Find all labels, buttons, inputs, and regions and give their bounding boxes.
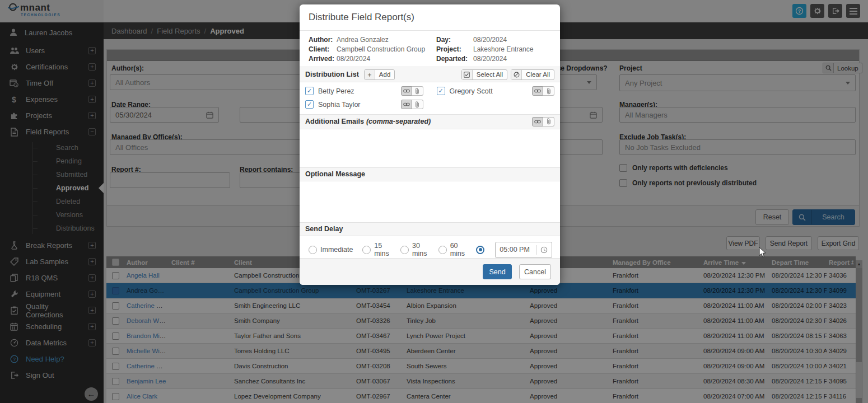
radio-label: Immediate <box>320 246 353 254</box>
additional-emails-note: (comma-separated) <box>366 118 431 125</box>
optional-message-bar: Optional Message <box>300 167 560 181</box>
radio-icon[interactable] <box>400 246 409 254</box>
info-row: Client: Campbell Construction Group <box>309 45 436 53</box>
info-value: 08/20/2024 <box>473 55 507 63</box>
recipient-row: ✓ Gregory Scott <box>437 86 555 96</box>
info-row: Day: 08/20/2024 <box>436 36 533 44</box>
radio-icon[interactable] <box>476 246 484 254</box>
checked-box-icon <box>462 70 473 79</box>
radio-label: 15 mins <box>374 242 391 257</box>
radio-label: 60 mins <box>450 242 467 257</box>
recipient-name: Sophia Taylor <box>318 101 396 109</box>
info-value: 08/20/2024 <box>337 55 370 63</box>
info-label: Project: <box>436 45 473 53</box>
recipient-name: Gregory Scott <box>450 87 528 95</box>
add-recipient-button[interactable]: ＋ Add <box>364 69 395 80</box>
send-button[interactable]: Send <box>483 264 512 279</box>
send-delay-label: Send Delay <box>305 225 343 233</box>
recipient-checkbox[interactable]: ✓ <box>305 100 314 109</box>
cancel-button[interactable]: Cancel <box>519 264 551 279</box>
info-value: Lakeshore Entrance <box>473 45 533 53</box>
optional-message-label: Optional Message <box>305 170 365 178</box>
clock-icon <box>536 245 548 255</box>
additional-emails-label: Additional Emails <box>305 118 364 125</box>
distribute-dialog: Distribute Field Report(s) Author: Andre… <box>300 4 560 285</box>
radio-icon[interactable] <box>309 246 317 254</box>
info-label: Arrived: <box>309 55 337 63</box>
optional-message-textarea[interactable] <box>300 181 560 222</box>
recipient-name: Betty Perez <box>318 87 396 95</box>
info-row: Departed: 08/20/2024 <box>436 55 533 63</box>
delay-time-input[interactable]: 05:00 PM <box>495 242 552 258</box>
plus-icon: ＋ <box>365 70 375 79</box>
delay-radio-option[interactable]: 60 mins <box>438 242 467 257</box>
delay-radio-option[interactable]: 30 mins <box>400 242 429 257</box>
distribution-list-label: Distribution List <box>305 71 359 78</box>
info-row: Arrived: 08/20/2024 <box>309 55 436 63</box>
radio-icon[interactable] <box>362 246 371 254</box>
info-row: Author: Andrea Gonzalez <box>309 36 436 44</box>
attachment-toggle-button[interactable] <box>412 100 423 109</box>
delay-radio-option[interactable] <box>476 246 488 254</box>
link-toggle-button[interactable] <box>401 86 412 96</box>
info-row: Project: Lakeshore Entrance <box>436 45 533 53</box>
send-delay-bar: Send Delay <box>300 222 560 236</box>
link-toggle-button[interactable] <box>532 86 543 96</box>
info-label: Client: <box>309 45 337 53</box>
info-value: Andrea Gonzalez <box>337 36 389 44</box>
recipient-list: ✓ Betty Perez ✓ Gregory Scott <box>300 82 560 114</box>
radio-label: 30 mins <box>412 242 429 257</box>
distribution-list-bar: Distribution List ＋ Add Select All Clear… <box>300 67 560 82</box>
attachment-toggle-button[interactable] <box>412 86 423 96</box>
info-label: Author: <box>309 36 337 44</box>
recipient-row: ✓ Betty Perez <box>305 86 423 96</box>
select-all-button[interactable]: Select All <box>461 69 507 80</box>
delay-radio-option[interactable]: Immediate <box>309 246 353 254</box>
send-delay-options: Immediate 15 mins 30 mins 60 min <box>300 236 560 258</box>
app-window: mnant TECHNOLOGIES ? Lauren Jacobs <box>0 0 868 403</box>
recipient-checkbox[interactable]: ✓ <box>305 87 314 95</box>
delay-radio-option[interactable]: 15 mins <box>362 242 391 257</box>
attachment-toggle-button[interactable] <box>543 117 554 126</box>
dialog-footer: Send Cancel <box>300 258 560 285</box>
recipient-row: ✓ Sophia Taylor <box>305 100 423 109</box>
radio-icon[interactable] <box>438 246 447 254</box>
report-info: Author: Andrea Gonzalez Client: Campbell… <box>300 31 560 67</box>
recipient-checkbox[interactable]: ✓ <box>437 87 445 95</box>
additional-emails-textarea[interactable] <box>300 129 560 167</box>
attachment-toggle-button[interactable] <box>543 86 554 96</box>
dialog-title: Distribute Field Report(s) <box>300 4 560 31</box>
link-toggle-button[interactable] <box>532 117 543 126</box>
info-label: Day: <box>436 36 473 44</box>
link-toggle-button[interactable] <box>401 100 412 109</box>
clear-icon <box>511 70 522 79</box>
clear-all-button[interactable]: Clear All <box>511 69 554 80</box>
info-label: Departed: <box>436 55 473 63</box>
info-value: 08/20/2024 <box>473 36 507 44</box>
additional-emails-bar: Additional Emails (comma-separated) <box>300 114 560 129</box>
info-value: Campbell Construction Group <box>337 45 425 53</box>
